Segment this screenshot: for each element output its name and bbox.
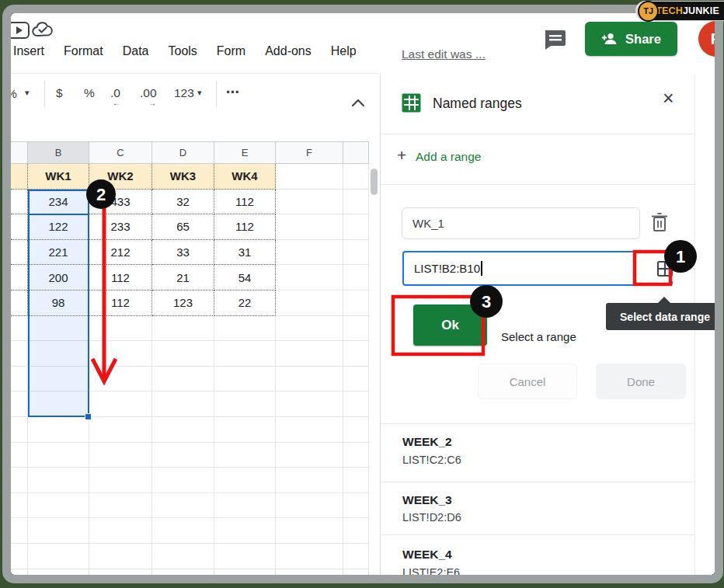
present-icon[interactable] (11, 22, 31, 39)
cell[interactable]: 212 (89, 240, 152, 266)
cell[interactable] (11, 190, 28, 215)
cell[interactable] (89, 569, 152, 576)
ok-button[interactable]: Ok (413, 304, 487, 346)
cell[interactable]: 22 (214, 291, 276, 316)
cell[interactable] (343, 316, 369, 342)
cloud-check-icon[interactable] (31, 21, 54, 40)
cell[interactable]: 233 (89, 214, 152, 240)
cell[interactable] (11, 569, 28, 576)
cell[interactable] (276, 265, 343, 291)
column-header-D[interactable]: D (152, 142, 214, 163)
cell[interactable] (11, 417, 28, 443)
named-range-entry-name[interactable]: WEEK_3 (402, 493, 452, 507)
cell[interactable] (214, 493, 276, 519)
cell[interactable] (89, 341, 152, 367)
header-cell[interactable]: WK2 (89, 164, 152, 190)
share-button[interactable]: Share (585, 22, 677, 56)
cell[interactable]: 123 (152, 291, 214, 316)
avatar[interactable]: R (698, 21, 715, 57)
column-header-sliver[interactable] (11, 142, 28, 163)
add-a-range-button[interactable]: Add a range (416, 150, 481, 164)
cell[interactable] (152, 443, 214, 468)
cell[interactable] (28, 518, 89, 544)
cell[interactable] (214, 367, 276, 392)
cell[interactable] (343, 367, 369, 392)
cell[interactable] (276, 190, 343, 215)
cell[interactable] (89, 544, 152, 569)
cell[interactable] (11, 443, 28, 468)
cell[interactable]: 112 (89, 291, 152, 316)
cell[interactable] (343, 569, 369, 576)
menu-add-ons[interactable]: Add-ons (265, 44, 312, 58)
cell[interactable] (28, 443, 89, 468)
cell[interactable] (28, 544, 89, 569)
cell[interactable] (89, 391, 152, 417)
cell[interactable] (152, 391, 214, 417)
done-button[interactable]: Done (596, 364, 686, 399)
cell[interactable] (214, 518, 276, 544)
cell[interactable] (152, 417, 214, 443)
cell[interactable] (89, 468, 152, 493)
range-name-input[interactable]: WK_1 (402, 207, 640, 239)
cell[interactable] (214, 316, 276, 342)
cell[interactable] (343, 544, 369, 569)
column-header-sliver[interactable] (343, 142, 369, 163)
cell[interactable] (276, 240, 343, 266)
column-header-B[interactable]: B (28, 142, 89, 163)
cell[interactable] (343, 265, 369, 291)
menu-insert[interactable]: Insert (13, 44, 44, 58)
menu-help[interactable]: Help (331, 44, 357, 58)
named-range-entry-name[interactable]: WEEK_4 (402, 548, 452, 562)
cell[interactable] (276, 341, 343, 367)
zoom-dropdown-arrow-icon[interactable]: ▾ (25, 88, 30, 98)
close-icon[interactable]: × (663, 89, 674, 108)
cell[interactable] (11, 164, 28, 190)
cell[interactable] (11, 367, 28, 392)
cell[interactable] (343, 493, 369, 519)
cell[interactable]: 33 (152, 240, 214, 266)
cell[interactable] (343, 291, 369, 316)
cell[interactable] (343, 518, 369, 544)
cell[interactable] (214, 391, 276, 417)
sheet-scrollbar-thumb[interactable] (371, 169, 378, 195)
cell[interactable] (343, 443, 369, 468)
cell[interactable]: 112 (89, 265, 152, 291)
select-data-range-button[interactable] (651, 256, 678, 281)
more-formats-arrow-icon[interactable]: ▾ (197, 88, 202, 98)
cell[interactable] (276, 443, 343, 468)
collapse-toolbar-icon[interactable] (351, 99, 365, 107)
zoom-partial[interactable]: % (11, 87, 17, 101)
cell[interactable]: 54 (214, 265, 276, 291)
cell[interactable] (89, 367, 152, 392)
cell[interactable] (89, 417, 152, 443)
cell[interactable]: 112 (214, 214, 276, 240)
cell[interactable] (276, 468, 343, 493)
named-range-entry-name[interactable]: WEEK_2 (402, 435, 452, 449)
cell[interactable] (276, 493, 343, 519)
cell[interactable] (11, 518, 28, 544)
cell[interactable] (343, 417, 369, 443)
cell[interactable] (343, 240, 369, 266)
cell[interactable]: 433 (89, 190, 152, 215)
cell[interactable] (343, 190, 369, 215)
cell[interactable] (11, 391, 28, 417)
cell[interactable] (276, 544, 343, 569)
cell[interactable]: 31 (214, 240, 276, 266)
cell[interactable] (89, 316, 152, 342)
cell[interactable] (152, 341, 214, 367)
header-cell[interactable]: WK3 (152, 164, 214, 190)
cell[interactable] (214, 341, 276, 367)
fill-handle[interactable] (85, 413, 92, 420)
cell[interactable] (343, 214, 369, 240)
cell[interactable]: 112 (214, 190, 276, 215)
cell[interactable] (11, 341, 28, 367)
cell[interactable]: 32 (152, 190, 214, 215)
cell[interactable] (11, 265, 28, 291)
cell[interactable] (276, 367, 343, 392)
cell[interactable] (11, 468, 28, 493)
cell[interactable] (276, 518, 343, 544)
cell[interactable] (214, 443, 276, 468)
cell[interactable] (343, 341, 369, 367)
cell[interactable] (152, 518, 214, 544)
cell[interactable] (214, 544, 276, 569)
